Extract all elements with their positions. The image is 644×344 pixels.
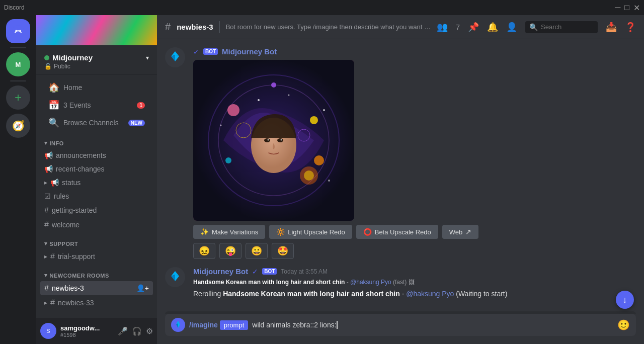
channel-expand-icon-2: ▸ (44, 253, 47, 260)
hash-icon-2: # (44, 220, 49, 229)
settings-button[interactable]: ⚙ (146, 326, 153, 336)
maximize-button[interactable]: □ (624, 3, 629, 13)
midjourney-server-icon[interactable]: M (6, 52, 30, 76)
svg-point-19 (281, 139, 282, 141)
slash-command: /imagine (189, 321, 218, 329)
notification-pin-icon[interactable]: 📌 (468, 22, 479, 33)
deafen-button[interactable]: 🎧 (132, 326, 142, 336)
reaction-silly[interactable]: 😜 (219, 243, 242, 259)
channel-newbies-3[interactable]: # newbies-3 👤+ (40, 281, 153, 295)
inbox-icon[interactable]: 📥 (606, 22, 617, 33)
message-header-line: Handsome Korean man with long hair and s… (193, 278, 636, 287)
minimize-button[interactable]: ─ (615, 3, 620, 13)
events-icon: 📅 (48, 100, 59, 111)
rerolling-label: Rerolling (193, 290, 223, 298)
channel-header: # newbies-3 Bot room for new users. Type… (157, 15, 644, 39)
light-upscale-redo-button[interactable]: 🔆 Light Upscale Redo (269, 225, 352, 239)
prompt-text-bold: Handsome Korean man with long hair and s… (223, 290, 400, 298)
channel-welcome[interactable]: # welcome (40, 218, 153, 232)
channel-rules[interactable]: ☑ rules (40, 190, 153, 203)
scroll-down-icon: ↓ (623, 295, 627, 305)
announce-icon: 📢 (44, 151, 53, 159)
beta-upscale-icon: ⭕ (363, 228, 372, 236)
close-button[interactable]: ✕ (633, 3, 640, 13)
verified-icon-2: ✓ (252, 268, 258, 276)
search-box[interactable]: 🔍 (525, 21, 598, 33)
input-avatar (171, 318, 185, 332)
icon-bar-divider-2 (10, 80, 26, 81)
home-icon: 🏠 (48, 82, 59, 93)
user-info: samgoodw... #1598 (60, 324, 114, 338)
svg-point-28 (304, 170, 314, 181)
server-sidebar: Midjourney ▾ 🔓 Public 🏠 Home 📅 3 Events … (36, 15, 157, 344)
bot-avatar-1 (165, 47, 185, 67)
svg-point-24 (323, 109, 325, 111)
discord-home-icon[interactable] (6, 19, 30, 43)
reaction-row: 😖 😜 😀 🤩 (193, 243, 636, 259)
reaction-love[interactable]: 🤩 (272, 243, 294, 259)
sidebar-item-browse-channels[interactable]: 🔍 Browse Channels NEW (40, 114, 153, 131)
window-controls[interactable]: ─ □ ✕ (615, 3, 640, 13)
boost-icon[interactable]: 🔔 (487, 22, 498, 33)
add-server-button[interactable]: + (6, 85, 30, 110)
svg-point-2 (20, 30, 21, 32)
section-info-label[interactable]: ▾ INFO (36, 132, 157, 148)
app-body: M + 🧭 Midjourney ▾ 🔓 Public 🏠 (0, 15, 644, 344)
section-support-expand: ▾ (44, 240, 48, 247)
icon-bar-divider (10, 47, 26, 48)
hash-icon: # (44, 206, 49, 215)
section-newcomer-label[interactable]: ▾ NEWCOMER ROOMS (36, 264, 157, 281)
announce-icon-3: 📢 (50, 179, 59, 187)
channel-status[interactable]: ▸ 📢 status (40, 176, 153, 189)
members-list-icon[interactable]: 👤 (506, 22, 517, 33)
sidebar-item-events[interactable]: 📅 3 Events 1 (40, 97, 153, 114)
chat-messages-area: ✓ BOT Midjourney Bot (157, 39, 644, 314)
scroll-to-bottom-button[interactable]: ↓ (616, 291, 634, 309)
section-support-label[interactable]: ▾ SUPPORT (36, 232, 157, 249)
svg-point-1 (16, 30, 17, 32)
message-text-2: Rerolling Handsome Korean man with long … (193, 289, 636, 299)
server-header[interactable]: Midjourney ▾ 🔓 Public (36, 45, 157, 74)
sidebar-item-home[interactable]: 🏠 Home (40, 79, 153, 96)
titlebar: Discord ─ □ ✕ (0, 0, 644, 15)
channel-getting-started[interactable]: # getting-started (40, 203, 153, 217)
svg-point-26 (328, 180, 330, 182)
mute-button[interactable]: 🎤 (118, 326, 128, 336)
light-upscale-icon: 🔆 (276, 228, 285, 236)
members-icon[interactable]: 👥 (437, 22, 448, 33)
search-icon: 🔍 (529, 23, 538, 31)
add-member-icon[interactable]: 👤+ (136, 284, 149, 292)
bot-bold-text-header: Handsome Korean man with long hair and s… (193, 279, 345, 286)
username-display: samgoodw... (60, 324, 114, 332)
bot-avatar-2 (165, 267, 185, 287)
public-icon: 🔓 (44, 63, 52, 70)
message-block-1: ✓ BOT Midjourney Bot (165, 47, 636, 259)
server-banner (36, 15, 157, 45)
svg-point-17 (277, 138, 283, 142)
make-variations-button[interactable]: ✨ Make Variations (193, 225, 265, 239)
channel-recent-changes[interactable]: 📢 recent-changes (40, 162, 153, 176)
beta-upscale-redo-button[interactable]: ⭕ Beta Upscale Redo (356, 225, 438, 239)
svg-point-18 (268, 139, 269, 141)
reaction-smile[interactable]: 😀 (246, 243, 268, 259)
channel-trial-support[interactable]: ▸ # trial-support (40, 249, 153, 264)
external-link-icon: ↗ (465, 228, 471, 236)
help-icon[interactable]: ❓ (625, 22, 636, 33)
channel-newbies-33[interactable]: ▸ # newbies-33 (40, 296, 153, 310)
hash-icon-4: # (44, 284, 49, 293)
chat-input-box[interactable]: /imagine prompt wild animals zebra::2 li… (165, 314, 636, 336)
search-input[interactable] (541, 23, 594, 31)
server-dropdown-icon[interactable]: ▾ (146, 54, 149, 61)
user-bar: S samgoodw... #1598 🎤 🎧 ⚙ (36, 318, 157, 344)
separator: - (347, 279, 350, 286)
emoji-picker-button[interactable]: 🙂 (617, 319, 630, 331)
reaction-angry[interactable]: 😖 (193, 243, 215, 259)
image-thumb-icon: 🖼 (409, 279, 415, 286)
server-icon-bar: M + 🧭 (0, 15, 36, 344)
user-avatar: S (40, 323, 56, 339)
input-value-display: wild animals zebra::2 lions: (252, 321, 336, 329)
explore-icon[interactable]: 🧭 (6, 114, 30, 138)
channel-announcements[interactable]: 📢 announcements (40, 149, 153, 162)
hash-icon-3: # (50, 252, 55, 261)
web-button[interactable]: Web ↗ (442, 225, 479, 239)
